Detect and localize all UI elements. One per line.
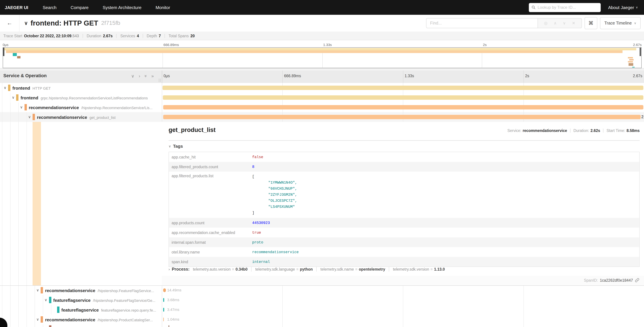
chevron-down-icon: ∨ bbox=[168, 144, 171, 148]
process-section-toggle[interactable]: › Process: telemetry.auto.version=0.34b0… bbox=[168, 267, 445, 272]
clear-find-icon[interactable]: ✕ bbox=[572, 21, 575, 26]
trace-start-label: Trace Start bbox=[3, 34, 22, 38]
view-selector-dropdown[interactable]: Trace Timeline ∨ bbox=[600, 17, 641, 29]
tag-row: app.cache_hit false bbox=[169, 152, 639, 162]
span-bar[interactable] bbox=[162, 86, 643, 90]
span-row-partial[interactable] bbox=[0, 324, 644, 327]
span-bar[interactable] bbox=[163, 298, 164, 302]
trace-id: 2f715fb bbox=[101, 20, 120, 26]
span-row-recommendationservice-list[interactable]: ∨ recommendationservice/hipstershop.Reco… bbox=[0, 102, 644, 112]
column-resize-grip[interactable]: || bbox=[159, 78, 161, 82]
tag-row: otel.library.name recommendationservice bbox=[169, 247, 639, 257]
next-result-icon[interactable]: ∨ bbox=[563, 21, 566, 26]
row-collapse-chevron[interactable]: ∨ bbox=[36, 285, 39, 295]
timeline-columns-header: Service & Operation ∨ › » » || 0μs 666.8… bbox=[0, 70, 644, 84]
row-collapse-chevron[interactable]: ∨ bbox=[36, 314, 39, 324]
back-button[interactable]: ← bbox=[0, 15, 20, 32]
minimap-tick-labels: 0μs 666.89ms 1.33s 2s 2.67s bbox=[3, 41, 642, 47]
keyboard-shortcuts-button[interactable]: ⌘ bbox=[584, 17, 597, 29]
row-collapse-chevron[interactable]: ∨ bbox=[28, 112, 31, 122]
depth-value: 7 bbox=[159, 34, 161, 38]
span-row-recsvc-featureflag[interactable]: ∨ recommendationservice/hipstershop.Feat… bbox=[0, 285, 644, 296]
span-row-recsvc-productcatalog[interactable]: ∨ recommendationservice/hipstershop.Prod… bbox=[0, 314, 644, 325]
minimap-span-frontend-child bbox=[6, 50, 622, 53]
service-color-bar bbox=[32, 114, 35, 120]
minimap-span-frontend bbox=[4, 48, 636, 50]
span-bar[interactable] bbox=[163, 308, 164, 312]
deep-link-icon[interactable] bbox=[635, 278, 639, 282]
chevron-down-icon: ∨ bbox=[636, 6, 638, 9]
nav-item-compare[interactable]: Compare bbox=[64, 5, 96, 10]
trace-start-value: October 22 2022, 22:10:09 bbox=[24, 34, 72, 38]
span-accent-strip bbox=[32, 122, 41, 285]
expand-all-icon[interactable]: » bbox=[152, 74, 154, 78]
nav-item-system-architecture[interactable]: System Architecture bbox=[96, 5, 148, 10]
service-color-bar bbox=[49, 297, 51, 303]
service-name: frontend bbox=[12, 86, 30, 91]
tag-row: app.products.count 44530923 bbox=[169, 218, 639, 228]
row-collapse-chevron[interactable]: ∨ bbox=[20, 102, 23, 112]
operation-name: HTTP GET bbox=[32, 86, 50, 90]
chevron-down-icon: ∨ bbox=[634, 22, 636, 25]
service-color-bar bbox=[16, 94, 19, 101]
find-input[interactable]: Find... bbox=[426, 18, 538, 28]
detail-duration: 2.62s bbox=[590, 128, 600, 132]
span-bar[interactable] bbox=[163, 288, 166, 292]
span-duration-label: 3.47ms bbox=[167, 305, 179, 314]
service-color-bar bbox=[24, 104, 27, 110]
span-bar[interactable] bbox=[163, 115, 641, 119]
tag-row: internal.span.format proto bbox=[169, 237, 639, 247]
tag-row: app.recommendation.cache_enabled true bbox=[169, 228, 639, 237]
span-bar[interactable] bbox=[163, 95, 643, 100]
collapse-all-icon[interactable]: » bbox=[143, 75, 148, 77]
service-operation-title: Service & Operation bbox=[3, 73, 47, 78]
span-id-strip: SpanID: 1ca2262df0e18447 bbox=[162, 276, 644, 285]
span-detail-title: get_product_list bbox=[168, 126, 216, 134]
span-duration-label: 2.62s bbox=[641, 112, 644, 122]
back-arrow-icon: ← bbox=[7, 20, 12, 26]
service-color-bar bbox=[41, 316, 43, 323]
tag-row: app.filtered_products.list [ "1YMWWN1N4O… bbox=[169, 172, 639, 218]
span-bar[interactable] bbox=[163, 105, 643, 110]
span-detail-panel: get_product_list Service: recommendation… bbox=[162, 122, 644, 285]
service-color-bar bbox=[41, 287, 43, 294]
minimap-span-brown bbox=[17, 56, 21, 58]
span-row-featureflagservice-get[interactable]: ∨ featureflagservice/hipstershop.Feature… bbox=[0, 295, 644, 305]
span-duration-label: 1.04ms bbox=[167, 314, 179, 324]
nav-item-monitor[interactable]: Monitor bbox=[148, 5, 177, 10]
tags-section-toggle[interactable]: ∨ Tags bbox=[168, 144, 183, 149]
prev-result-icon[interactable]: ∧ bbox=[554, 21, 557, 26]
row-collapse-chevron[interactable]: ∨ bbox=[4, 83, 6, 93]
span-row-frontend-listrecommendations[interactable]: ∨ frontendgrpc.hipstershop.Recommendatio… bbox=[0, 93, 644, 103]
tags-table: app.cache_hit false app.filtered_product… bbox=[168, 152, 640, 267]
span-row-get-product-list-selected[interactable]: ∨ recommendationserviceget_product_list … bbox=[0, 112, 644, 122]
trace-id-lookup-input[interactable]: Lookup by Trace ID... bbox=[529, 3, 601, 12]
timeline-minimap[interactable] bbox=[3, 47, 642, 68]
span-row-frontend-http-get[interactable]: ∨ frontendHTTP GET bbox=[0, 83, 644, 93]
expand-one-icon[interactable]: › bbox=[139, 74, 140, 78]
jaeger-trace-page: JAEGER UI Search Compare System Architec… bbox=[0, 0, 644, 327]
detail-start-time: 8.58ms bbox=[626, 128, 640, 132]
minimap-left-scrubber[interactable] bbox=[3, 48, 4, 56]
find-group: Find... ◎ ∧ ∨ ✕ bbox=[426, 18, 582, 28]
service-color-bar bbox=[8, 84, 10, 91]
span-duration-label: 14.49ms bbox=[167, 285, 181, 295]
nav-item-search[interactable]: Search bbox=[36, 5, 64, 10]
collapse-one-icon[interactable]: ∨ bbox=[131, 74, 134, 78]
about-jaeger-menu[interactable]: About Jaeger ∨ bbox=[608, 5, 638, 10]
jaeger-logo[interactable]: JAEGER UI bbox=[0, 5, 36, 10]
trace-page-header: ← ∨ frontend: HTTP GET 2f715fb Find... ◎… bbox=[0, 15, 644, 32]
row-collapse-chevron[interactable]: ∨ bbox=[44, 295, 47, 305]
tag-row: span.kind internal bbox=[169, 257, 639, 266]
chevron-right-icon: › bbox=[168, 267, 170, 271]
span-duration-label: 3.68ms bbox=[167, 295, 179, 305]
span-bar[interactable] bbox=[163, 318, 164, 321]
trace-id-lookup-placeholder: Lookup by Trace ID... bbox=[538, 5, 576, 10]
minimap-right-scrubber[interactable] bbox=[640, 48, 641, 56]
service-operation-header: Service & Operation ∨ › » » || bbox=[0, 70, 162, 83]
span-bar[interactable] bbox=[168, 325, 169, 327]
focus-target-icon[interactable]: ◎ bbox=[544, 21, 548, 26]
row-collapse-chevron[interactable]: ∨ bbox=[12, 93, 14, 102]
collapse-trace-header-chevron[interactable]: ∨ bbox=[24, 20, 28, 26]
span-row-featureflagservice-repo-query[interactable]: featureflagservicefeatureflagservice.rep… bbox=[0, 305, 644, 315]
